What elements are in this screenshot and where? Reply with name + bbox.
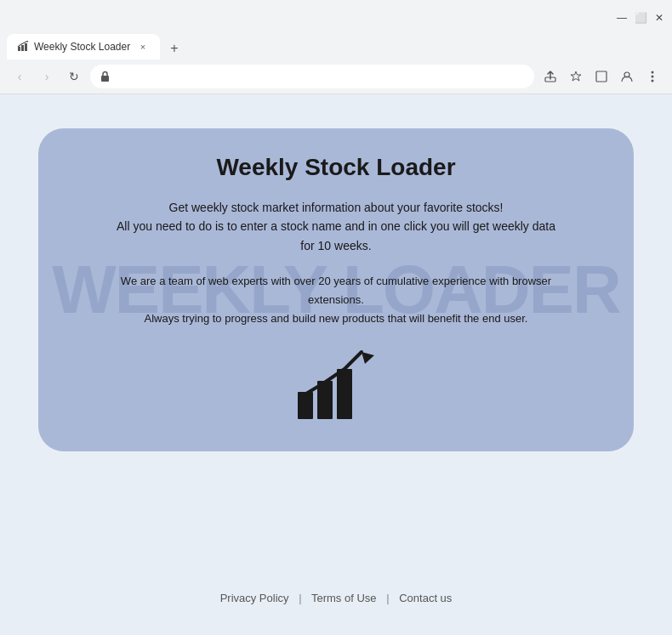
title-bar: — ⬜ ✕ bbox=[0, 0, 672, 31]
contact-us-link[interactable]: Contact us bbox=[399, 592, 452, 604]
svg-rect-2 bbox=[25, 43, 27, 51]
svg-rect-7 bbox=[596, 71, 607, 82]
tab-bar: Weekly Stock Loader × + bbox=[0, 31, 672, 60]
forward-button[interactable]: › bbox=[36, 65, 58, 88]
separator-1: | bbox=[299, 592, 301, 604]
svg-rect-1 bbox=[21, 45, 24, 51]
share-button[interactable] bbox=[539, 65, 561, 88]
chart-icon bbox=[72, 345, 600, 422]
reload-button[interactable]: ↻ bbox=[63, 65, 85, 88]
footer: Privacy Policy | Terms of Use | Contact … bbox=[17, 578, 655, 618]
lock-icon bbox=[100, 71, 110, 83]
terms-of-use-link[interactable]: Terms of Use bbox=[311, 592, 377, 604]
menu-button[interactable] bbox=[641, 65, 663, 88]
tab-favicon bbox=[17, 41, 29, 53]
browser-chrome: — ⬜ ✕ Weekly Stock Loader × bbox=[0, 0, 672, 94]
svg-point-9 bbox=[652, 71, 654, 74]
minimize-button[interactable]: — bbox=[616, 12, 628, 24]
address-input-wrap[interactable] bbox=[90, 65, 534, 88]
account-button[interactable] bbox=[616, 65, 638, 88]
tab-close-button[interactable]: × bbox=[136, 40, 150, 54]
card-description-1: Get weekly stock market information abou… bbox=[72, 198, 600, 255]
close-button[interactable]: ✕ bbox=[653, 12, 665, 24]
card-description-2: We are a team of web experts with over 2… bbox=[72, 272, 600, 328]
tab-manager-button[interactable] bbox=[590, 65, 612, 88]
svg-rect-4 bbox=[101, 76, 109, 82]
svg-point-11 bbox=[652, 80, 654, 82]
address-bar: ‹ › ↻ bbox=[0, 60, 672, 94]
window-controls: — ⬜ ✕ bbox=[616, 12, 665, 24]
active-tab[interactable]: Weekly Stock Loader × bbox=[7, 34, 160, 60]
main-card: WEEKLY LOADER Weekly Stock Loader Get we… bbox=[38, 128, 634, 451]
tab-title: Weekly Stock Loader bbox=[34, 41, 131, 53]
toolbar-right bbox=[539, 65, 663, 88]
svg-rect-0 bbox=[18, 47, 20, 51]
card-title: Weekly Stock Loader bbox=[72, 154, 600, 181]
svg-marker-6 bbox=[571, 71, 581, 81]
privacy-policy-link[interactable]: Privacy Policy bbox=[220, 592, 289, 604]
back-button[interactable]: ‹ bbox=[9, 65, 31, 88]
page-content: WEEKLY LOADER Weekly Stock Loader Get we… bbox=[0, 94, 672, 635]
svg-rect-14 bbox=[337, 369, 352, 419]
svg-marker-15 bbox=[362, 352, 374, 364]
maximize-button[interactable]: ⬜ bbox=[635, 12, 646, 24]
new-tab-button[interactable]: + bbox=[163, 37, 185, 60]
bookmark-button[interactable] bbox=[565, 65, 587, 88]
separator-2: | bbox=[386, 592, 389, 604]
svg-point-10 bbox=[652, 76, 654, 78]
